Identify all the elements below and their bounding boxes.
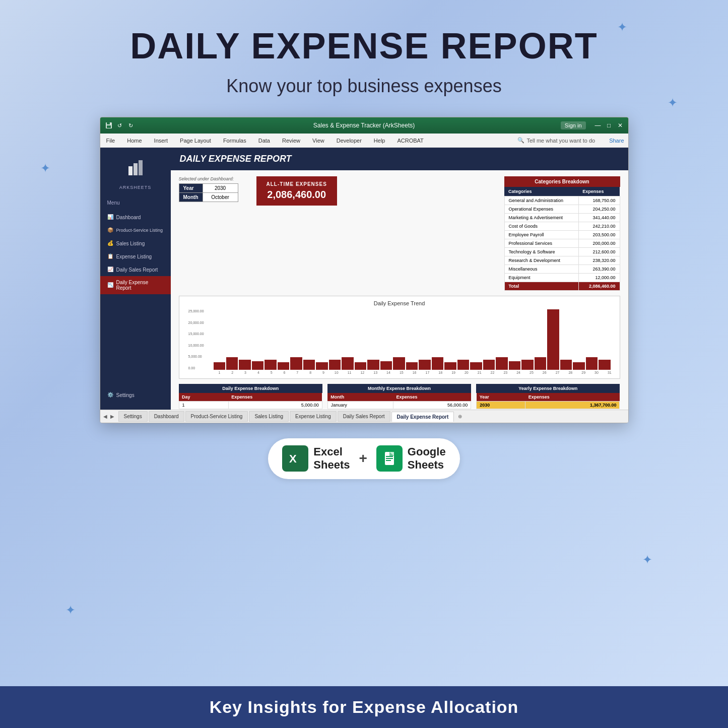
tab-nav-right[interactable]: ▶ — [110, 414, 114, 419]
sidebar-item-dashboard[interactable]: 📊 Dashboard — [100, 211, 171, 224]
chart-bar — [470, 362, 482, 370]
tab-add-button[interactable]: ⊕ — [455, 412, 465, 422]
tab-daily-sales[interactable]: Daily Sales Report — [338, 411, 390, 422]
chart-bar — [239, 360, 250, 370]
x-label: 22 — [487, 371, 499, 374]
daily-sales-icon: 📈 — [107, 267, 113, 273]
sidebar-item-daily-sales[interactable]: 📈 Daily Sales Report — [100, 263, 171, 276]
title-bar-icons: ↺ ↻ — [104, 121, 136, 130]
footer-text: Key Insights for Expense Allocation — [210, 697, 519, 716]
chart-bars — [214, 309, 611, 370]
yearly-row: 20310.00 — [477, 409, 620, 410]
ribbon-help[interactable]: Help — [372, 137, 387, 145]
x-label: 17 — [422, 371, 434, 374]
expense-box-label: ALL-TIME EXPENSES — [267, 181, 327, 187]
monthly-col-expenses: Expenses — [393, 393, 471, 402]
cat-value: 12,000.00 — [578, 274, 620, 282]
settings-icon: ⚙️ — [107, 392, 113, 398]
svg-rect-4 — [134, 163, 138, 175]
bottom-section: X Excel Sheets + Google — [268, 438, 459, 479]
cat-value: 212,600.00 — [578, 248, 620, 256]
chart-bar — [535, 357, 546, 370]
cat-col-header: Categories — [504, 187, 578, 196]
share-button[interactable]: Share — [609, 138, 624, 144]
daily-row: 28,000.00 — [179, 409, 322, 410]
minimize-button[interactable]: — — [594, 121, 602, 129]
daily-col-expenses: Expenses — [228, 393, 322, 402]
close-button[interactable]: ✕ — [616, 121, 624, 129]
x-label: 3 — [239, 371, 251, 374]
cat-name: Miscellaneous — [504, 265, 578, 274]
yearly-col-year: Year — [477, 393, 525, 402]
svg-rect-2 — [107, 125, 111, 128]
tab-sales-listing[interactable]: Sales Listing — [249, 411, 289, 422]
tab-nav-left[interactable]: ◀ — [103, 414, 107, 419]
month-value[interactable]: October — [203, 193, 238, 202]
x-label: 2 — [226, 371, 238, 374]
ribbon-review[interactable]: Review — [280, 137, 302, 145]
tab-product-service[interactable]: Product-Service Listing — [185, 411, 248, 422]
x-label: 14 — [382, 371, 394, 374]
chart-bar — [342, 357, 353, 370]
sidebar-item-settings[interactable]: ⚙️ Settings — [100, 388, 171, 402]
content-header: DAILY EXPENSE REPORT — [171, 148, 628, 170]
x-label: 23 — [499, 371, 511, 374]
year-value[interactable]: 2030 — [203, 184, 238, 193]
redo-icon[interactable]: ↻ — [126, 121, 136, 130]
titlebar-text: Sales & Expense Tracker (ArkSheets) — [313, 122, 415, 129]
expense-box-value: 2,086,460.00 — [267, 189, 327, 201]
content-area: DAILY EXPENSE REPORT Selected under Dash… — [171, 148, 628, 410]
chart-bar — [316, 362, 327, 370]
chart-bar — [496, 357, 507, 370]
expense-icon: 📋 — [107, 253, 113, 259]
x-label: 8 — [304, 371, 316, 374]
yearly-col-expenses: Expenses — [525, 393, 620, 402]
expense-box: ALL-TIME EXPENSES 2,086,460.00 — [256, 176, 337, 206]
tell-me[interactable]: 🔍 Tell me what you want to do — [517, 137, 595, 144]
cat-name: Cost of Goods — [504, 222, 578, 231]
ribbon-acrobat[interactable]: ACROBAT — [395, 137, 425, 145]
ribbon-insert[interactable]: Insert — [152, 137, 170, 145]
yearly-table: Year Expenses 20301,367,700.0020310.0020… — [476, 393, 620, 409]
titlebar-right: Sign in — □ ✕ — [561, 121, 624, 129]
daily-breakdown: Daily Expense Breakdown Day Expenses 15,… — [179, 384, 322, 409]
ribbon-file[interactable]: File — [104, 137, 117, 145]
cat-row: Employee Payroll203,500.00 — [504, 231, 620, 239]
ribbon-developer[interactable]: Developer — [335, 137, 364, 145]
categories-header: Categories Breakdown — [504, 176, 620, 187]
chart-bar — [329, 360, 341, 370]
sidebar-item-sales[interactable]: 💰 Sales Listing — [100, 237, 171, 250]
cat-row: Professional Services200,000.00 — [504, 239, 620, 248]
chart-bar — [599, 360, 610, 370]
ribbon-data[interactable]: Data — [256, 137, 272, 145]
categories-panel: Categories Breakdown Categories Expenses… — [504, 176, 620, 291]
tab-daily-expense[interactable]: Daily Expense Report — [391, 412, 454, 422]
ribbon-page-layout[interactable]: Page Layout — [178, 137, 213, 145]
sidebar-item-daily-expense[interactable]: 📉 Daily Expense Report — [100, 276, 171, 294]
excel-text: Excel Sheets — [313, 445, 350, 472]
maximize-button[interactable]: □ — [605, 121, 613, 129]
tab-settings[interactable]: Settings — [118, 411, 148, 422]
bottom-tables: Daily Expense Breakdown Day Expenses 15,… — [179, 384, 620, 409]
total-value: 2,086,460.00 — [578, 282, 620, 291]
svg-rect-8 — [386, 456, 393, 457]
monthly-row: January56,000.00 — [327, 402, 471, 409]
cat-name: Employee Payroll — [504, 231, 578, 239]
cat-row: Research & Development238,320.00 — [504, 256, 620, 265]
tab-expense-listing[interactable]: Expense Listing — [290, 411, 337, 422]
ribbon-formulas[interactable]: Formulas — [221, 137, 248, 145]
chart-x-labels: 1234567891011121314151617181920212223242… — [214, 371, 616, 374]
ribbon-home[interactable]: Home — [125, 137, 144, 145]
undo-icon[interactable]: ↺ — [115, 121, 124, 130]
sign-in-button[interactable]: Sign in — [561, 121, 586, 129]
daily-table: Day Expenses 15,000.0028,000.0036,800.00… — [179, 393, 322, 409]
chart-container: 25,000.00 20,000.00 15,000.00 10,000.00 … — [183, 309, 616, 370]
sidebar-item-expense[interactable]: 📋 Expense Listing — [100, 250, 171, 263]
ribbon-view[interactable]: View — [310, 137, 326, 145]
dashboard-icon: 📊 — [107, 214, 113, 220]
tab-dashboard[interactable]: Dashboard — [149, 411, 184, 422]
save-icon[interactable] — [104, 121, 113, 130]
svg-text:X: X — [289, 452, 297, 465]
sidebar-item-product[interactable]: 📦 Product-Service Listing — [100, 224, 171, 237]
cat-name: Research & Development — [504, 256, 578, 265]
